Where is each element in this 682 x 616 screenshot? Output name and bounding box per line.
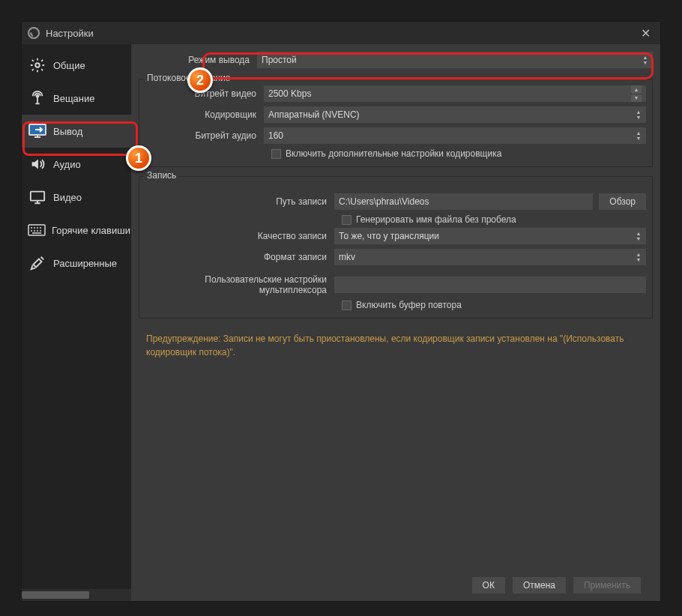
recording-path-input[interactable]: C:\Users\phrau\Videos xyxy=(334,193,593,210)
monitor-icon xyxy=(28,187,47,207)
gear-icon xyxy=(28,55,47,75)
sidebar-item-label: Вещание xyxy=(53,93,95,104)
recording-group: Запись Путь записи C:\Users\phrau\Videos… xyxy=(139,176,653,318)
sidebar-item-general[interactable]: Общие xyxy=(22,49,131,82)
recording-format-select[interactable]: mkv ▲▼ xyxy=(334,249,646,265)
settings-window: Настройки ✕ Общие Вещание Вывод Аудио xyxy=(21,21,661,602)
streaming-group: Потоковое вещание Битрейт видео 2500 Kbp… xyxy=(139,79,653,167)
sidebar-item-label: Горячие клавиши xyxy=(52,225,130,236)
sidebar-scrollbar[interactable] xyxy=(22,589,131,601)
close-icon[interactable]: ✕ xyxy=(636,26,654,40)
replay-buffer-checkbox[interactable] xyxy=(342,301,351,310)
sidebar: Общие Вещание Вывод Аудио Видео Горячие … xyxy=(22,44,131,601)
advanced-encoder-checkbox[interactable] xyxy=(271,149,281,159)
badge-1: 1 xyxy=(126,145,151,171)
keyboard-icon xyxy=(28,220,46,240)
video-bitrate-input[interactable]: 2500 Kbps ▲▼ xyxy=(264,85,646,102)
audio-bitrate-label: Битрейт аудио xyxy=(145,130,264,141)
recording-group-title: Запись xyxy=(144,170,179,181)
sidebar-item-hotkeys[interactable]: Горячие клавиши xyxy=(22,214,131,247)
sidebar-item-label: Расширенные xyxy=(53,258,117,269)
svg-point-0 xyxy=(35,63,40,67)
advanced-encoder-checkbox-label: Включить дополнительные настройки кодиро… xyxy=(286,148,501,159)
svg-rect-3 xyxy=(31,192,44,201)
generate-filename-checkbox-label: Генерировать имя файла без пробела xyxy=(356,214,516,225)
sidebar-item-advanced[interactable]: Расширенные xyxy=(22,247,131,280)
svg-rect-4 xyxy=(28,225,45,235)
sidebar-item-label: Общие xyxy=(53,60,85,71)
sidebar-item-output[interactable]: Вывод xyxy=(22,115,131,148)
recording-quality-label: Качество записи xyxy=(145,231,334,241)
cancel-button[interactable]: Отмена xyxy=(513,577,566,594)
tools-icon xyxy=(28,253,47,273)
output-mode-label: Режим вывода xyxy=(139,55,257,65)
apply-button[interactable]: Применить xyxy=(573,577,641,594)
sidebar-item-stream[interactable]: Вещание xyxy=(22,82,131,115)
ok-button[interactable]: ОК xyxy=(472,577,505,594)
replay-buffer-checkbox-label: Включить буфер повтора xyxy=(356,300,462,310)
dialog-footer: ОК Отмена Применить xyxy=(139,570,653,601)
warning-text: Предупреждение: Записи не могут быть при… xyxy=(139,327,653,363)
speaker-icon xyxy=(28,154,47,174)
generate-filename-checkbox[interactable] xyxy=(342,215,351,225)
main-panel: Режим вывода Простой ▲▼ Потоковое вещани… xyxy=(131,44,660,601)
audio-bitrate-select[interactable]: 160 ▲▼ xyxy=(264,127,646,144)
encoder-label: Кодировщик xyxy=(145,109,264,120)
mux-settings-input[interactable] xyxy=(334,277,646,293)
recording-path-label: Путь записи xyxy=(145,196,334,207)
sidebar-item-audio[interactable]: Аудио xyxy=(22,148,131,181)
window-title: Настройки xyxy=(46,28,94,39)
sidebar-item-label: Видео xyxy=(53,192,82,203)
sidebar-item-label: Аудио xyxy=(53,159,81,170)
app-icon xyxy=(28,27,40,39)
output-icon xyxy=(28,121,47,141)
antenna-icon xyxy=(28,88,47,108)
recording-format-label: Формат записи xyxy=(145,252,334,262)
badge-2: 2 xyxy=(187,67,213,93)
encoder-select[interactable]: Аппаратный (NVENC) ▲▼ xyxy=(264,106,646,123)
browse-button[interactable]: Обзор xyxy=(599,193,646,210)
mux-settings-label: Пользовательские настройки мультиплексор… xyxy=(145,274,334,295)
output-mode-select[interactable]: Простой ▲▼ xyxy=(257,52,653,68)
titlebar: Настройки ✕ xyxy=(22,22,660,44)
sidebar-item-video[interactable]: Видео xyxy=(22,181,131,214)
recording-quality-select[interactable]: То же, что у трансляции ▲▼ xyxy=(334,228,646,244)
sidebar-item-label: Вывод xyxy=(53,126,82,137)
